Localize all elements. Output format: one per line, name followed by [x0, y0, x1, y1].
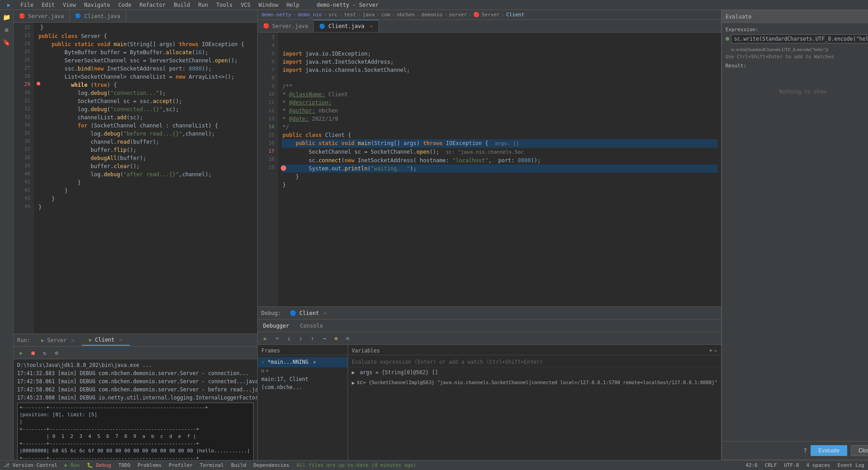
eval-footer: ? Evaluate Close	[722, 441, 868, 460]
run-tab-bar: Run: ▶ Server ✕ ▶ Client ✕	[14, 334, 257, 347]
help-icon[interactable]: ?	[803, 447, 807, 454]
code-line-22: }	[38, 24, 254, 32]
client-line-18: }	[282, 173, 717, 181]
version-control-label: Version Control	[13, 462, 57, 468]
sc-name: sc	[357, 378, 363, 386]
stop-btn[interactable]: ■	[28, 348, 38, 358]
menu-view[interactable]: View	[59, 1, 80, 9]
frame-item-1[interactable]: ✓ *main...NNING ▼	[258, 357, 348, 367]
server-run-icon: ▶	[41, 337, 44, 343]
rerun-btn[interactable]: ↻	[40, 348, 50, 358]
debug-subtab-bar: Debugger Console	[258, 320, 721, 332]
frame-item-2[interactable]: main:17, Client (com.nbche...	[258, 374, 348, 392]
remove-watch-icon[interactable]: −	[714, 348, 717, 354]
event-log-btn[interactable]: Event Log	[837, 462, 864, 468]
version-control-btn[interactable]: ⎇ Version Control	[4, 462, 57, 468]
server-close-icon[interactable]: ✕	[71, 337, 75, 343]
step-out-btn[interactable]: ↑	[307, 334, 317, 343]
client-line-12: */	[282, 123, 717, 131]
force-step-into-btn[interactable]: ⇓	[296, 334, 306, 343]
terminal-btn[interactable]: Terminal	[200, 462, 224, 468]
run-to-cursor-btn[interactable]: →	[319, 334, 329, 343]
run-tab-client[interactable]: ▶ Client ✕	[82, 335, 130, 346]
variables-panel: Variables + − Evaluate expression (Enter…	[348, 345, 721, 460]
bc-src: src	[328, 12, 337, 18]
problems-label: Problems	[137, 462, 161, 468]
tab-server-java-right[interactable]: 🔴 Server.java	[258, 20, 314, 32]
client-tab-close[interactable]: ✕	[370, 23, 373, 29]
problems-btn[interactable]: Problems	[137, 462, 161, 468]
settings-btn[interactable]: ⚙	[52, 348, 61, 358]
project-icon[interactable]: 📁	[1, 12, 12, 23]
bc-demonio: demonio	[421, 12, 442, 18]
add-watch-icon[interactable]: +	[709, 348, 712, 354]
frames-panel: Frames ✓ *main...NNING ▼ ⊟ + main:17, Cl…	[258, 345, 348, 460]
bookmarks-icon[interactable]: 🔖	[1, 37, 12, 48]
menu-vcs[interactable]: VCS	[237, 1, 254, 9]
code-line-31: SocketChannel sc = ssc.accept();	[38, 97, 254, 105]
run-status-btn[interactable]: ▶ Run	[65, 462, 80, 468]
menu-build[interactable]: Build	[170, 1, 193, 9]
profiler-btn[interactable]: Profiler	[169, 462, 193, 468]
indent-label[interactable]: 4 spaces	[806, 462, 830, 468]
step-over-btn[interactable]: ↷	[272, 334, 282, 343]
evaluate-expression-btn[interactable]: ≡	[331, 334, 341, 343]
var-sc[interactable]: ▶ sc = {SocketChannelImpl@563} "java.nio…	[348, 377, 721, 388]
dependencies-btn[interactable]: Dependencies	[253, 462, 289, 468]
menu-code[interactable]: Code	[115, 1, 135, 9]
structure-icon[interactable]: ≡	[1, 24, 12, 35]
watch-input-area[interactable]: Evaluate expression (Enter) or add a wat…	[348, 357, 721, 367]
server-icon-right: 🔴	[263, 23, 269, 29]
debug-label: Debug:	[258, 310, 284, 316]
menu-edit[interactable]: Edit	[38, 1, 58, 9]
debug-tab-client[interactable]: 🔵 Client ✕	[284, 308, 332, 318]
build-label: Build	[231, 462, 246, 468]
server-code-content[interactable]: } public class Server { public static vo…	[34, 23, 257, 334]
console-line-2: 17:41:32.883 [main] DEBUG com.nbchen.dem…	[17, 369, 254, 377]
step-into-btn[interactable]: ↓	[284, 334, 294, 343]
debug-status-btn[interactable]: 🐛 Debug	[87, 462, 111, 468]
subtab-console[interactable]: Console	[295, 321, 329, 331]
menu-help[interactable]: Help	[283, 1, 303, 9]
eval-expression-input[interactable]	[731, 34, 868, 43]
tab-server-java[interactable]: 🔴 Server.java	[14, 10, 70, 22]
build-btn[interactable]: Build	[231, 462, 246, 468]
menu-refactor[interactable]: Refactor	[136, 1, 170, 9]
code-line-26: ServerSocketChannel ssc = ServerSocketCh…	[38, 56, 254, 65]
left-tab-bar: 🔴 Server.java 🔵 Client.java	[14, 10, 257, 23]
terminal-label: Terminal	[200, 462, 224, 468]
show-execution-point-btn[interactable]: ⊙	[343, 334, 353, 343]
debug-client-close[interactable]: ✕	[324, 310, 327, 316]
args-expand[interactable]: ▶	[352, 369, 355, 376]
menu-navigate[interactable]: Navigate	[80, 1, 114, 9]
server-code-area: 22 23 24 25 26 27 28 29 30 31 32 33 34 3…	[14, 23, 257, 334]
var-args[interactable]: ▶ args = {String[0]@562} []	[348, 367, 721, 377]
menu-run[interactable]: Run	[195, 1, 212, 9]
menu-file[interactable]: File	[17, 1, 37, 9]
client-line-3: import java.io.IOException;	[282, 50, 717, 58]
charset-label[interactable]: UTF-8	[784, 462, 799, 468]
todo-btn[interactable]: TODO	[118, 462, 131, 468]
eval-header: Evaluate ✕	[722, 10, 868, 23]
menu-tools[interactable]: Tools	[212, 1, 236, 9]
dependencies-label: Dependencies	[253, 462, 289, 468]
tab-client-java-left[interactable]: 🔵 Client.java	[70, 10, 126, 22]
code-line-32: log.debug("connected...{}",sc);	[38, 105, 254, 113]
evaluate-btn[interactable]: Evaluate	[811, 445, 847, 456]
client-close-icon[interactable]: ✕	[119, 337, 122, 343]
menu-window[interactable]: Window	[255, 1, 282, 9]
subtab-debugger[interactable]: Debugger	[258, 321, 295, 331]
client-line-13: public class Client {	[282, 131, 717, 139]
line-ending[interactable]: CRLF	[765, 462, 777, 468]
code-line-29: while (true) {	[38, 81, 254, 89]
client-code-content[interactable]: import java.io.IOException; import java.…	[278, 33, 721, 306]
tab-client-java-right[interactable]: 🔵 Client.java ✕	[314, 20, 379, 32]
console-line-3: 17:42:58.061 [main] DEBUG com.nbchen.dem…	[17, 377, 254, 385]
close-eval-btn[interactable]: Close	[851, 445, 868, 456]
resume-program-btn[interactable]: ▶	[260, 334, 270, 343]
frames-header: Frames	[258, 347, 348, 355]
status-left: ⎇ Version Control ▶ Run 🐛 Debug TODO Pro…	[4, 462, 416, 468]
run-tab-server[interactable]: ▶ Server ✕	[34, 335, 82, 345]
sc-expand[interactable]: ▶	[352, 379, 355, 387]
resume-btn[interactable]: ▶	[16, 348, 26, 358]
